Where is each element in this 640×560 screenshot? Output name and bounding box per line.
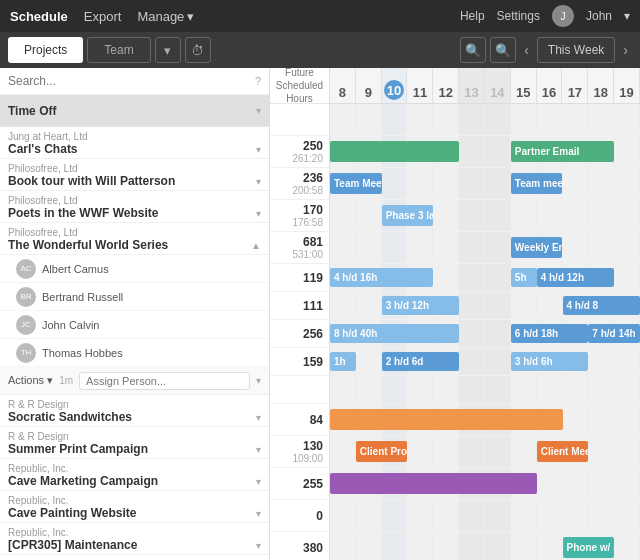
schedule-bar[interactable]: 8 h/d 40h bbox=[330, 324, 459, 343]
person-row: JCJohn Calvin bbox=[0, 311, 269, 339]
schedule-bar[interactable]: 1h bbox=[330, 352, 356, 371]
schedule-bar[interactable]: Team Meeting bbox=[330, 173, 382, 195]
actions-button[interactable]: Actions ▾ bbox=[8, 374, 53, 387]
schedule-bar[interactable]: 4 h/d 16h bbox=[330, 268, 433, 287]
project-item[interactable]: Republic, Inc.Cave Painting Website▾ bbox=[0, 491, 269, 523]
calendar-icon[interactable]: ⏱ bbox=[185, 37, 211, 63]
grid-cell bbox=[485, 320, 511, 347]
schedule-bar[interactable] bbox=[330, 473, 537, 495]
nav-export[interactable]: Export bbox=[84, 9, 122, 24]
grid-cell bbox=[588, 104, 614, 135]
grid-cell bbox=[433, 264, 459, 291]
date-col-11: 11 bbox=[407, 68, 433, 103]
schedule-bar[interactable]: 4 h/d 12h bbox=[537, 268, 615, 287]
schedule-bar[interactable]: 3 h/d 6h bbox=[511, 352, 589, 371]
project-item[interactable]: Philosofree, LtdBook tour with Will Patt… bbox=[0, 159, 269, 191]
grid-row bbox=[330, 500, 640, 532]
schedule-bar[interactable]: Phone w/ Peter bbox=[563, 537, 615, 559]
project-item[interactable]: Jung at Heart, LtdCarl's Chats▾ bbox=[0, 127, 269, 159]
schedule-bar[interactable]: 7 h/d 14h bbox=[588, 324, 640, 343]
nav-user[interactable]: John bbox=[586, 9, 612, 23]
project-item[interactable]: Philosofree, LtdPoets in the WWF Website… bbox=[0, 191, 269, 223]
grid-cell bbox=[382, 376, 408, 403]
grid-cell bbox=[356, 200, 382, 231]
date-col-19: 19 bbox=[614, 68, 640, 103]
schedule-bar[interactable]: Weekly Endpoint Complete bbox=[511, 237, 563, 259]
project-item[interactable]: Republic, Inc.[CPR305] Maintenance▾ bbox=[0, 523, 269, 555]
grid-row: Phase 3 launch bbox=[330, 200, 640, 232]
search-icon[interactable]: 🔍 bbox=[460, 37, 486, 63]
tab-team[interactable]: Team bbox=[87, 37, 150, 63]
grid-cell bbox=[537, 532, 563, 560]
schedule-bar[interactable]: 2 h/d 6d bbox=[382, 352, 460, 371]
date-col-17: 17 bbox=[562, 68, 588, 103]
grid-cell bbox=[330, 292, 356, 319]
schedule-bar[interactable]: Team meeting bbox=[511, 173, 563, 195]
grid-cell bbox=[407, 436, 433, 467]
timeoff-row[interactable]: Time Off▾ bbox=[0, 95, 269, 127]
project-item[interactable]: Republic, Inc.Cave Marketing Campaign▾ bbox=[0, 459, 269, 491]
this-week-button[interactable]: This Week bbox=[537, 37, 615, 63]
grid-cell bbox=[537, 200, 563, 231]
schedule-bar[interactable]: Client Proposal Due bbox=[356, 441, 408, 463]
grid-cell bbox=[511, 532, 537, 560]
user-chevron-icon: ▾ bbox=[624, 9, 630, 23]
date-col-14: 14 bbox=[485, 68, 511, 103]
project-item[interactable]: R & R DesignSummer Print Campaign▾ bbox=[0, 427, 269, 459]
nav-settings[interactable]: Settings bbox=[497, 9, 540, 23]
schedule-bar[interactable] bbox=[330, 409, 563, 431]
hours-cell bbox=[270, 104, 329, 136]
grid-header: 8910111213141516171819 bbox=[330, 68, 640, 104]
search-input[interactable] bbox=[8, 74, 251, 88]
nav-prev-icon[interactable]: ‹ bbox=[520, 42, 533, 58]
grid-cell bbox=[407, 104, 433, 135]
grid-row: Team MeetingTeam meeting bbox=[330, 168, 640, 200]
schedule-bar[interactable]: 3 h/d 12h bbox=[382, 296, 460, 315]
schedule-bar[interactable]: Client Meeting bbox=[537, 441, 589, 463]
nav-help[interactable]: Help bbox=[460, 9, 485, 23]
assign-person-input[interactable] bbox=[79, 372, 250, 390]
help-icon[interactable]: ? bbox=[255, 75, 261, 87]
schedule-bar[interactable]: 6 h/d 18h bbox=[511, 324, 589, 343]
grid-cell bbox=[356, 500, 382, 531]
person-row: BRBertrand Russell bbox=[0, 283, 269, 311]
schedule-bar[interactable] bbox=[330, 141, 459, 163]
grid-cell bbox=[433, 376, 459, 403]
hours-header: FutureScheduledHours bbox=[270, 68, 329, 104]
grid-cell bbox=[511, 436, 537, 467]
grid-cell bbox=[588, 348, 614, 375]
schedule-bar[interactable]: Phase 3 launch bbox=[382, 205, 434, 227]
user-avatar-icon: J bbox=[552, 5, 574, 27]
grid-cell bbox=[485, 264, 511, 291]
hours-cell: 380 bbox=[270, 532, 329, 560]
schedule-bar[interactable]: Partner Email bbox=[511, 141, 614, 163]
hours-cell: 170176:58 bbox=[270, 200, 329, 232]
grid-cell bbox=[459, 436, 485, 467]
project-item[interactable]: R & R DesignSocratic Sandwitches▾ bbox=[0, 395, 269, 427]
grid-cell bbox=[330, 376, 356, 403]
grid-cell bbox=[562, 500, 588, 531]
date-col-16: 16 bbox=[537, 68, 563, 103]
grid-cell bbox=[330, 436, 356, 467]
grid-row: 8 h/d 40h6 h/d 18h7 h/d 14h bbox=[330, 320, 640, 348]
grid-cell bbox=[459, 200, 485, 231]
grid-cell bbox=[459, 320, 485, 347]
schedule-bar[interactable]: 5h bbox=[511, 268, 537, 287]
grid-cell bbox=[562, 404, 588, 435]
tab-projects[interactable]: Projects bbox=[8, 37, 83, 63]
nav-manage[interactable]: Manage ▾ bbox=[137, 9, 194, 24]
dropdown-icon[interactable]: ▾ bbox=[155, 37, 181, 63]
grid-cell bbox=[459, 136, 485, 167]
grid-cell bbox=[433, 532, 459, 560]
date-col-10: 10 bbox=[382, 68, 408, 103]
grid-cell bbox=[485, 532, 511, 560]
project-group-header[interactable]: Philosofree, LtdThe Wonderful World Seri… bbox=[0, 223, 269, 255]
nav-schedule[interactable]: Schedule bbox=[10, 9, 68, 24]
zoom-icon[interactable]: 🔍 bbox=[490, 37, 516, 63]
date-col-8: 8 bbox=[330, 68, 356, 103]
schedule-bar[interactable]: 4 h/d 8 bbox=[563, 296, 641, 315]
grid-cell bbox=[511, 292, 537, 319]
nav-next-icon[interactable]: › bbox=[619, 42, 632, 58]
grid-cell bbox=[614, 136, 640, 167]
time-indicator: 1m bbox=[59, 375, 73, 386]
